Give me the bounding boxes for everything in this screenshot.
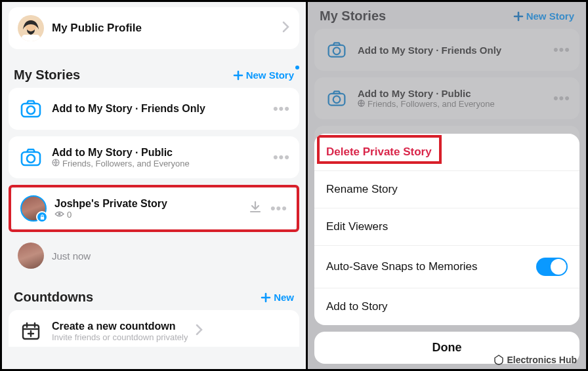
- logo-icon: [494, 355, 504, 365]
- globe-icon: [52, 159, 60, 168]
- eye-icon: [54, 210, 64, 220]
- rename-story-option[interactable]: Rename Story: [314, 171, 579, 208]
- svg-rect-7: [40, 216, 43, 220]
- public-profile-row[interactable]: My Public Profile: [9, 7, 299, 49]
- camera-icon: [18, 144, 44, 170]
- edit-viewers-option[interactable]: Edit Viewers: [314, 208, 579, 246]
- view-count: 0: [67, 210, 72, 220]
- story-row-subtitle: Friends, Followers, and Everyone: [62, 159, 190, 168]
- countdowns-title: Countdowns: [14, 290, 93, 305]
- create-countdown-row[interactable]: Create a new countdown Invite friends or…: [9, 310, 299, 347]
- add-story-friends-row[interactable]: Add to My Story · Friends Only •••: [9, 88, 299, 130]
- calendar-plus-icon: [18, 318, 44, 344]
- svg-rect-1: [22, 35, 40, 41]
- chevron-right-icon: [282, 20, 290, 37]
- my-stories-header: My Stories New Story: [9, 56, 299, 88]
- public-profile-label: My Public Profile: [52, 22, 274, 35]
- chevron-right-icon: [196, 322, 203, 340]
- download-icon[interactable]: [248, 200, 262, 217]
- more-icon[interactable]: •••: [270, 200, 287, 217]
- snap-thumbnail: [18, 243, 44, 269]
- story-options-screen: My Stories New Story Add to My Story · F…: [308, 2, 586, 369]
- recent-time-label: Just now: [52, 250, 91, 262]
- autosave-toggle[interactable]: [536, 258, 568, 276]
- story-thumbnail: [20, 195, 47, 222]
- option-label: Delete Private Story: [326, 146, 432, 159]
- autosave-option[interactable]: Auto-Save Snaps to Memories: [314, 246, 579, 288]
- more-icon[interactable]: •••: [273, 149, 290, 166]
- plus-icon: [233, 70, 243, 81]
- camera-icon: [18, 96, 44, 122]
- new-story-label: New Story: [246, 69, 294, 81]
- new-countdown-button[interactable]: New: [261, 292, 294, 303]
- story-row-title: Add to My Story · Public: [52, 147, 265, 159]
- option-label: Add to Story: [326, 300, 388, 313]
- story-action-sheet: Delete Private Story Rename Story Edit V…: [314, 134, 579, 364]
- add-story-public-row[interactable]: Add to My Story · Public Friends, Follow…: [9, 136, 299, 178]
- new-label: New: [274, 292, 294, 303]
- delete-private-story-option[interactable]: Delete Private Story: [314, 134, 579, 171]
- watermark: Electronics Hub: [494, 355, 577, 365]
- recent-snap-row[interactable]: Just now: [9, 239, 299, 278]
- story-row-title: Add to My Story · Friends Only: [52, 103, 265, 115]
- new-story-button[interactable]: New Story: [233, 69, 294, 81]
- create-countdown-sub: Invite friends or countdown privately: [52, 332, 188, 342]
- profile-stories-screen: My Public Profile My Stories New Story A…: [2, 2, 308, 369]
- svg-point-8: [58, 212, 61, 215]
- option-label: Auto-Save Snaps to Memories: [326, 260, 478, 273]
- create-countdown-title: Create a new countdown: [52, 321, 188, 332]
- plus-icon: [261, 292, 271, 303]
- highlight-box: Joshpe's Private Story 0 •••: [9, 185, 299, 232]
- svg-point-3: [27, 106, 35, 114]
- private-story-row[interactable]: Joshpe's Private Story 0 •••: [11, 187, 297, 229]
- lock-icon: [36, 211, 48, 223]
- countdowns-header: Countdowns New: [9, 278, 299, 310]
- option-label: Edit Viewers: [326, 220, 388, 233]
- add-to-story-option[interactable]: Add to Story: [314, 288, 579, 325]
- notification-dot-icon: [295, 66, 299, 69]
- more-icon[interactable]: •••: [273, 100, 290, 117]
- bitmoji-avatar: [18, 15, 44, 41]
- done-label: Done: [432, 341, 462, 354]
- option-label: Rename Story: [326, 183, 398, 196]
- watermark-text: Electronics Hub: [507, 355, 577, 365]
- private-story-title: Joshpe's Private Story: [54, 198, 240, 210]
- my-stories-title: My Stories: [14, 68, 80, 83]
- svg-point-5: [27, 155, 35, 163]
